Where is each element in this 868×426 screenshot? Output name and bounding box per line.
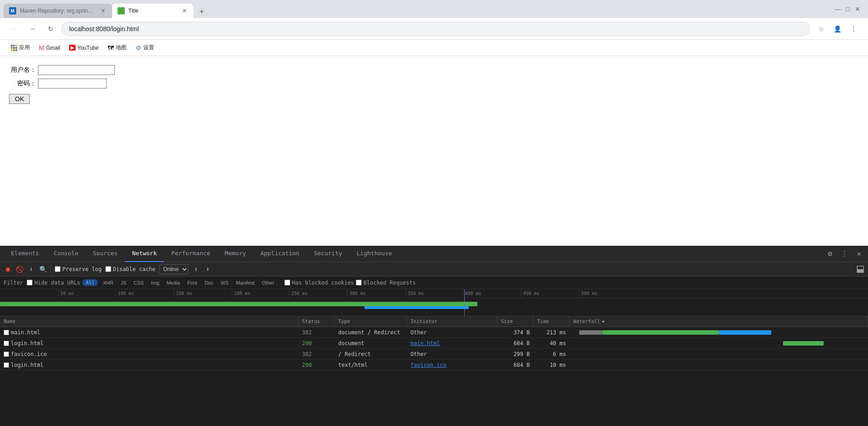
ruler-350ms: 350 ms [406, 289, 424, 298]
tab-lighthouse[interactable]: Lighthouse [349, 246, 399, 262]
td-name-2: login.html [0, 338, 298, 348]
row-icon-1 [4, 330, 9, 335]
filter-button[interactable]: ⬇ [27, 265, 35, 273]
tab-console[interactable]: Console [47, 246, 86, 262]
filter-css[interactable]: CSS [131, 280, 146, 286]
devtools-more-button[interactable]: ⋮ [839, 248, 850, 259]
username-input[interactable] [38, 65, 115, 75]
tab-favicon-1: M [9, 7, 16, 14]
back-button[interactable]: ← [7, 22, 22, 36]
td-initiator-1: Other [407, 327, 497, 337]
tab-sources[interactable]: Sources [85, 246, 125, 262]
devtools-panel: Elements Console Sources Network Perform… [0, 246, 868, 426]
youtube-label: YouTube [77, 45, 99, 51]
td-waterfall-2 [570, 338, 868, 348]
th-time[interactable]: Time [533, 316, 570, 327]
has-blocked-cookies-checkbox[interactable]: Has blocked cookies [284, 280, 354, 286]
tab-network[interactable]: Network [125, 246, 164, 262]
th-initiator[interactable]: Initiator [407, 316, 497, 327]
maximize-button[interactable]: □ [844, 6, 851, 12]
timeline-area[interactable]: 50 ms 100 ms 150 ms 200 ms 250 ms 300 ms… [0, 289, 868, 316]
filter-img[interactable]: Img [148, 280, 162, 286]
filter-other[interactable]: Other [259, 280, 277, 286]
bookmark-youtube[interactable]: ▶ YouTube [66, 43, 102, 53]
filter-ws[interactable]: WS [218, 280, 231, 286]
waterfall-bars-2 [573, 340, 864, 347]
tab-title-2: Title [128, 8, 177, 14]
tab-application[interactable]: Application [253, 246, 307, 262]
bookmark-settings[interactable]: ⚙ 设置 [132, 42, 158, 53]
forward-button[interactable]: → [25, 22, 40, 36]
title-bar: M Maven Repository: org.spring… ✕ 🌿 Titl… [0, 0, 868, 18]
td-size-4: 684 B [497, 360, 533, 370]
hide-data-urls-checkbox[interactable]: Hide data URLs [27, 280, 80, 286]
th-waterfall[interactable]: Waterfall ▼ [570, 316, 868, 327]
th-name[interactable]: Name [0, 316, 298, 327]
search-button[interactable]: 🔍 [39, 265, 47, 273]
th-status[interactable]: Status [298, 316, 335, 327]
minimize-button[interactable]: — [835, 6, 841, 12]
bookmark-maps[interactable]: 🗺 地图 [104, 42, 130, 53]
disable-cache-checkbox[interactable]: Disable cache [105, 266, 156, 272]
gmail-icon: M [39, 44, 44, 51]
blocked-requests-checkbox[interactable]: Blocked Requests [356, 280, 416, 286]
clear-button[interactable]: 🚫 [15, 265, 24, 273]
download-button[interactable]: ⬇ [204, 265, 212, 273]
td-status-4: 200 [298, 360, 335, 370]
th-type[interactable]: Type [335, 316, 407, 327]
preserve-log-checkbox[interactable]: Preserve log [55, 266, 102, 272]
td-waterfall-4 [570, 360, 868, 370]
filter-font[interactable]: Font [184, 280, 200, 286]
devtools-close-button[interactable]: ✕ [854, 248, 864, 259]
devtools-dock-button[interactable] [856, 265, 864, 273]
ruler-200ms: 200 ms [232, 289, 250, 298]
filter-all-button[interactable]: All [82, 279, 99, 286]
tab-security[interactable]: Security [307, 246, 349, 262]
filter-js[interactable]: JS [118, 280, 129, 286]
new-tab-button[interactable]: + [195, 5, 208, 18]
td-type-4: text/html [335, 360, 407, 370]
nav-bar: ← → ↻ localhost:8080/login.html ☆ 👤 ⋮ [0, 18, 868, 40]
tab-maven[interactable]: M Maven Repository: org.spring… ✕ [4, 4, 112, 18]
apps-icon [11, 45, 17, 51]
youtube-icon: ▶ [69, 45, 75, 51]
close-button[interactable]: ✕ [854, 6, 861, 12]
bookmark-apps[interactable]: 应用 [7, 42, 33, 53]
td-initiator-2[interactable]: main.html [407, 338, 497, 348]
filter-media[interactable]: Media [164, 280, 183, 286]
table-row[interactable]: favicon.ico 302 / Redirect Other 299 B 6… [0, 349, 868, 360]
tab-close-1[interactable]: ✕ [99, 7, 107, 14]
wf-bar-green-1 [602, 330, 719, 335]
bookmark-gmail[interactable]: M Gmail [35, 42, 64, 53]
devtools-settings-button[interactable]: ⚙ [825, 248, 835, 259]
tab-close-2[interactable]: ✕ [181, 7, 188, 14]
bookmark-star-button[interactable]: ☆ [814, 22, 828, 36]
ruler-500ms: 500 ms [579, 289, 598, 298]
address-bar[interactable]: localhost:8080/login.html [61, 22, 810, 36]
table-row[interactable]: main.html 302 document / Redirect Other … [0, 327, 868, 338]
wf-bar-blue-1 [719, 330, 771, 335]
refresh-button[interactable]: ↻ [43, 22, 58, 36]
submit-button[interactable]: OK [9, 94, 30, 104]
menu-button[interactable]: ⋮ [846, 22, 861, 36]
th-size[interactable]: Size [497, 316, 533, 327]
maps-icon: 🗺 [108, 44, 114, 51]
table-row[interactable]: login.html 200 document main.html 684 B … [0, 338, 868, 349]
table-row[interactable]: login.html 200 text/html favicon.ico 684… [0, 360, 868, 370]
tab-elements[interactable]: Elements [4, 246, 47, 262]
upload-button[interactable]: ⬆ [192, 265, 200, 273]
filter-xhr[interactable]: XHR [100, 280, 116, 286]
tab-title-active[interactable]: 🌿 Title ✕ [112, 4, 193, 18]
record-button[interactable]: ⏺ [4, 265, 12, 273]
throttle-select[interactable]: Online [159, 264, 189, 274]
filter-manifest[interactable]: Manifest [233, 280, 258, 286]
filter-doc[interactable]: Doc [202, 280, 216, 286]
td-initiator-4[interactable]: favicon.ico [407, 360, 497, 370]
devtools-tabs: Elements Console Sources Network Perform… [0, 246, 868, 262]
tab-memory[interactable]: Memory [217, 246, 253, 262]
password-input[interactable] [38, 79, 107, 89]
profile-button[interactable]: 👤 [830, 22, 844, 36]
network-table-container: Name Status Type Initiator Size Time [0, 316, 868, 426]
tab-performance[interactable]: Performance [164, 246, 217, 262]
waterfall-bars-3 [573, 351, 864, 358]
